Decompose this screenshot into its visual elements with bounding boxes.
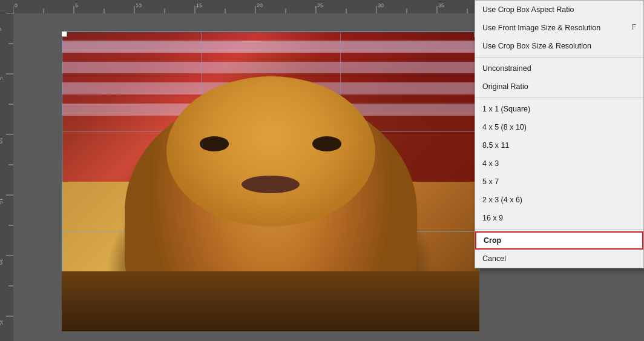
menu-item-crop[interactable]: Crop: [475, 231, 643, 250]
svg-text:25: 25: [317, 2, 323, 8]
menu-item-5x7[interactable]: 5 x 7: [475, 173, 643, 191]
menu-item-label: Use Crop Box Size & Resolution: [482, 40, 591, 52]
menu-item-label: 4 x 3: [482, 157, 499, 170]
menu-item-cancel[interactable]: Cancel: [475, 250, 643, 268]
svg-text:35: 35: [438, 2, 444, 8]
context-menu: Use Crop Box Aspect Ratio Use Front Imag…: [475, 0, 644, 268]
menu-item-unconstrained[interactable]: Unconstrained: [475, 59, 643, 78]
svg-text:10: 10: [136, 2, 142, 8]
svg-text:20: 20: [257, 2, 263, 8]
image-canvas: [62, 31, 479, 331]
svg-text:15: 15: [196, 2, 202, 8]
menu-item-2x3[interactable]: 2 x 3 (4 x 6): [475, 191, 643, 209]
menu-separator-1: [475, 57, 643, 58]
menu-item-original-ratio[interactable]: Original Ratio: [475, 78, 643, 96]
menu-item-4x5[interactable]: 4 x 5 (8 x 10): [475, 118, 643, 136]
menu-shortcut: F: [632, 22, 636, 33]
ruler-corner: [0, 0, 13, 13]
menu-item-use-crop-box-size[interactable]: Use Crop Box Size & Resolution: [475, 37, 643, 55]
svg-text:0: 0: [0, 28, 2, 31]
menu-item-1x1[interactable]: 1 x 1 (Square): [475, 100, 643, 118]
menu-item-16x9[interactable]: 16 x 9: [475, 209, 643, 227]
crop-handle-top-left[interactable]: [62, 31, 67, 37]
svg-text:0: 0: [15, 2, 18, 8]
ruler-left: 0 5 10 15 20 25: [0, 13, 13, 341]
menu-item-4x3[interactable]: 4 x 3: [475, 154, 643, 173]
svg-text:10: 10: [0, 137, 4, 144]
svg-text:5: 5: [75, 2, 78, 8]
menu-item-label: Unconstrained: [482, 62, 531, 74]
menu-separator-3: [475, 229, 643, 230]
menu-item-label: Cancel: [482, 253, 506, 265]
svg-text:25: 25: [0, 319, 4, 325]
svg-rect-33: [0, 13, 13, 341]
menu-item-label: 2 x 3 (4 x 6): [482, 194, 522, 206]
svg-text:15: 15: [0, 198, 4, 204]
menu-separator-2: [475, 98, 643, 98]
menu-item-label: 8.5 x 11: [482, 139, 509, 151]
svg-text:20: 20: [0, 259, 4, 265]
menu-item-label: 1 x 1 (Square): [482, 103, 530, 115]
menu-item-label: Use Front Image Size & Resolution: [482, 22, 600, 34]
menu-item-label: 4 x 5 (8 x 10): [482, 121, 527, 133]
menu-item-use-crop-box-aspect-ratio[interactable]: Use Crop Box Aspect Ratio: [475, 1, 643, 19]
menu-item-label: Use Crop Box Aspect Ratio: [482, 4, 574, 16]
svg-text:5: 5: [0, 77, 4, 80]
svg-text:30: 30: [378, 2, 384, 8]
menu-item-8-5x11[interactable]: 8.5 x 11: [475, 136, 643, 154]
menu-item-label: Crop: [484, 234, 501, 247]
menu-item-use-front-image-size[interactable]: Use Front Image Size & Resolution F: [475, 19, 643, 37]
menu-item-label: 16 x 9: [482, 212, 503, 224]
menu-item-label: Original Ratio: [482, 81, 528, 93]
menu-item-label: 5 x 7: [482, 176, 499, 188]
